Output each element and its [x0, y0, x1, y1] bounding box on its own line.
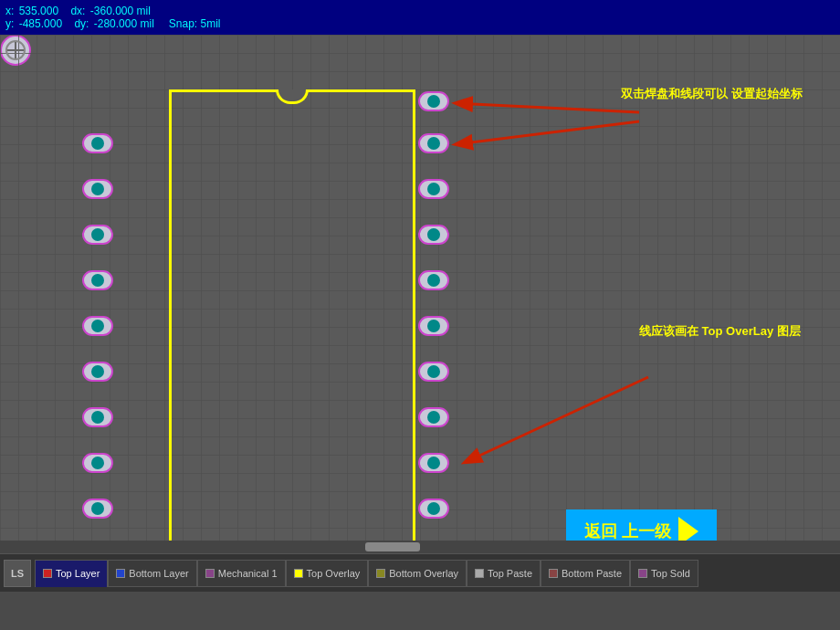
- tab-mechanical1-label: Mechanical 1: [218, 568, 278, 579]
- ls-indicator: LS: [4, 560, 31, 587]
- pad-5: [82, 270, 113, 290]
- pad-4: [82, 225, 113, 245]
- pad-r7: [418, 362, 449, 382]
- tab-top-layer[interactable]: Top Layer: [35, 560, 108, 587]
- tab-top-overlay-color: [294, 569, 303, 578]
- tab-top-layer-label: Top Layer: [56, 568, 100, 579]
- tab-bottom-paste-color: [549, 569, 558, 578]
- tab-bottom-paste-label: Bottom Paste: [562, 568, 622, 579]
- pad-1-inner: [5, 40, 26, 60]
- horizontal-scrollbar[interactable]: [0, 541, 840, 553]
- pad-r6: [418, 316, 449, 336]
- pad-r1: [418, 91, 449, 111]
- tab-top-sold-label: Top Sold: [651, 568, 690, 579]
- tab-bar: LS Top Layer Bottom Layer Mechanical 1 T…: [0, 553, 840, 592]
- pad-8: [82, 407, 113, 427]
- return-label: 返回 上一级: [584, 520, 671, 542]
- y-coord: y: -485.000 dy: -280.000 mil: [5, 17, 154, 30]
- tab-bottom-overlay[interactable]: Bottom Overlay: [368, 560, 467, 587]
- scrollbar-thumb[interactable]: [365, 542, 420, 551]
- tab-bottom-layer-color: [116, 569, 125, 578]
- pad-9: [82, 453, 113, 473]
- tab-top-overlay-label: Top Overlay: [307, 568, 361, 579]
- tab-bottom-paste[interactable]: Bottom Paste: [541, 560, 630, 587]
- canvas-area: 双击焊盘和线段可以 设置起始坐标 线应该画在 Top OverLay 图层 返回…: [0, 35, 840, 592]
- tab-top-sold-color: [638, 569, 647, 578]
- snap-info: Snap: 5mil: [169, 17, 221, 30]
- tab-mechanical1[interactable]: Mechanical 1: [197, 560, 286, 587]
- tab-top-paste-color: [475, 569, 484, 578]
- annotation-top: 双击焊盘和线段可以 设置起始坐标: [621, 85, 803, 103]
- tab-top-overlay[interactable]: Top Overlay: [286, 560, 369, 587]
- ic-outline: [169, 89, 415, 573]
- tab-bottom-overlay-label: Bottom Overlay: [389, 568, 458, 579]
- x-coord: x: 535.000 dx: -360.000 mil: [5, 5, 151, 17]
- pad-r9: [418, 453, 449, 473]
- pad-r10: [418, 499, 449, 519]
- pad-r2: [418, 133, 449, 153]
- tab-bottom-overlay-color: [376, 569, 385, 578]
- tab-top-paste-label: Top Paste: [488, 568, 532, 579]
- pad-r4: [418, 225, 449, 245]
- status-bar: x: 535.000 dx: -360.000 mil y: -485.000 …: [0, 0, 840, 35]
- pad-r3: [418, 179, 449, 199]
- pad-6: [82, 316, 113, 336]
- pad-2: [82, 133, 113, 153]
- tab-top-sold[interactable]: Top Sold: [630, 560, 698, 587]
- tab-mechanical1-color: [205, 569, 215, 578]
- tab-bottom-layer-label: Bottom Layer: [129, 568, 188, 579]
- pad-3: [82, 179, 113, 199]
- tab-top-paste[interactable]: Top Paste: [467, 560, 541, 587]
- tab-top-layer-color: [43, 569, 52, 578]
- pad-r5: [418, 270, 449, 290]
- tab-bottom-layer[interactable]: Bottom Layer: [108, 560, 196, 587]
- pad-10: [82, 499, 113, 519]
- pad-r8: [418, 407, 449, 427]
- annotation-mid: 线应该画在 Top OverLay 图层: [639, 322, 801, 341]
- pad-7: [82, 362, 113, 382]
